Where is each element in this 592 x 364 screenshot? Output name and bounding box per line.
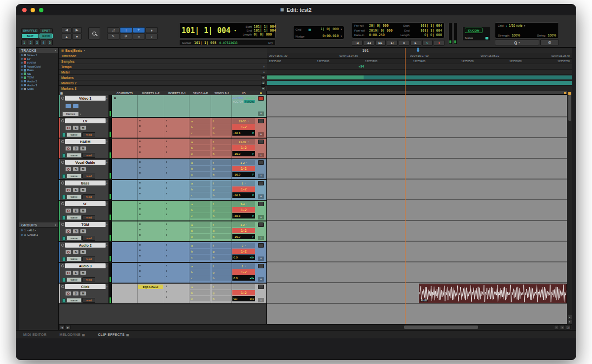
send-slot[interactable]: a [190, 243, 210, 248]
main-counter[interactable]: 101| 1| 004 [182, 26, 230, 35]
add-row-button[interactable]: + [258, 111, 264, 116]
roll-value[interactable]: 20| 0| 000 [369, 24, 397, 28]
send-slot[interactable]: b [190, 290, 210, 295]
rewind-button[interactable]: ◀◀ [364, 40, 374, 46]
send-slot[interactable]: g [212, 207, 231, 213]
zoomer-tool[interactable] [88, 27, 100, 39]
send-slot[interactable]: a [190, 222, 210, 227]
insert-plugin-button[interactable]: EQ3 1-Band [138, 285, 163, 289]
record-button[interactable]: ● [434, 40, 444, 46]
track-name[interactable]: HARM [65, 139, 106, 144]
sends-ae-cell[interactable] [189, 95, 211, 117]
timeline-lanes[interactable]: 0 dB [267, 91, 567, 324]
automation-mode-button[interactable]: read [82, 298, 95, 303]
inserts-ae-cell[interactable] [138, 221, 164, 241]
return-to-start-button[interactable]: |◀ [352, 40, 363, 46]
input-selector[interactable]: 29-30 ▾ [232, 118, 255, 124]
pan-display[interactable]: P [252, 173, 254, 176]
lane-audio-3[interactable] [267, 262, 567, 283]
send-slot[interactable]: b [190, 207, 210, 213]
marker-corner-icon[interactable] [564, 92, 566, 94]
track-options-button[interactable] [258, 202, 264, 206]
track-view-selector[interactable]: wave [67, 277, 81, 282]
comments-cell[interactable] [112, 284, 138, 303]
volume-display[interactable]: -16.9 P [232, 172, 255, 177]
ruler-label-meter[interactable]: Meter + [59, 70, 267, 74]
solo-button[interactable]: S [73, 167, 79, 172]
inserts-ae-cell[interactable] [138, 139, 164, 158]
track-freeze-icon[interactable] [61, 161, 64, 164]
sends-fj-cell[interactable]: f g h [211, 263, 232, 283]
track-caret-icon[interactable]: ▾ [107, 265, 108, 267]
group-item[interactable]: a Group 1 [19, 232, 58, 237]
track-options-button[interactable] [258, 140, 264, 144]
zoom-in-horizontal-icon[interactable]: ▶ [72, 27, 82, 33]
comments-cell[interactable] [112, 201, 138, 220]
track-freeze-icon[interactable] [61, 119, 64, 122]
group-item[interactable]: 1 <ALL> [19, 228, 58, 232]
send-slot[interactable]: c [190, 296, 210, 301]
inserts-ae-cell[interactable] [138, 159, 164, 179]
sends-ae-cell[interactable]: a b c [189, 242, 211, 262]
sends-fj-cell[interactable]: f g h [211, 284, 232, 303]
track-options-button[interactable] [258, 119, 264, 123]
output-selector[interactable]: 1-2 [232, 269, 255, 275]
slip-mode-button[interactable]: SLIP [21, 34, 39, 38]
track-options-button[interactable] [258, 264, 264, 268]
track-view-selector[interactable]: wave [67, 298, 81, 303]
send-slot[interactable]: f [212, 181, 231, 186]
sidebar-track-item[interactable]: Click [19, 87, 58, 91]
send-slot[interactable]: b [190, 269, 210, 275]
inserts-ae-cell[interactable]: EQ3 1-Band [138, 284, 164, 303]
send-slot[interactable]: h [212, 296, 231, 301]
pan-display[interactable]: P [252, 194, 254, 197]
inserts-fj-cell[interactable] [164, 242, 190, 262]
lane-harm[interactable] [267, 138, 567, 159]
comments-cell[interactable] [112, 139, 138, 158]
ruler-label-markers-2[interactable]: Markers 2 ◆ [59, 80, 267, 85]
zoom-down-vertical-icon[interactable]: ▼ [72, 34, 82, 39]
grid-caret-icon[interactable]: ▾ [340, 28, 342, 31]
send-slot[interactable]: a [190, 118, 210, 124]
comments-cell[interactable] [112, 242, 138, 262]
video-quality-badge[interactable]: FullQlty [244, 100, 255, 103]
scroll-up-icon[interactable]: ▲ [568, 315, 572, 319]
tracks-header[interactable]: TRACKS ▾ [19, 48, 58, 53]
add-row-button[interactable]: + [258, 298, 264, 302]
sidebar-track-item[interactable]: VocalGuid [19, 65, 58, 69]
spot-mode-button[interactable]: SPOT [39, 28, 53, 33]
input-monitor-button[interactable] [62, 174, 66, 179]
sends-ae-cell[interactable]: a b c [189, 201, 211, 220]
track-freeze-icon[interactable] [61, 223, 64, 226]
length-value[interactable]: 0| 0| 000 [254, 33, 275, 36]
sidebar-track-item[interactable]: Video 1 [19, 53, 58, 57]
track-view-selector[interactable]: wave [67, 132, 81, 137]
marker-segment[interactable] [267, 81, 572, 85]
send-slot[interactable]: g [212, 186, 231, 192]
send-slot[interactable]: c [190, 151, 210, 156]
record-enable-button[interactable] [65, 167, 72, 172]
inserts-ae-cell[interactable] [138, 263, 164, 283]
sends-fj-cell[interactable]: f g h [211, 139, 232, 158]
scroll-down-icon[interactable]: ▼ [568, 320, 572, 324]
send-slot[interactable]: c [190, 172, 210, 177]
track-caret-icon[interactable]: ▾ [107, 203, 108, 205]
track-view-selector[interactable]: wave [67, 174, 81, 179]
stop-button[interactable]: ■ [399, 40, 409, 46]
comments-cell[interactable] [112, 221, 138, 241]
inserts-ae-cell[interactable] [138, 242, 164, 262]
ruler-label-markers-3[interactable]: Markers 3 ◆ [59, 86, 267, 91]
add-row-button[interactable]: + [258, 174, 264, 178]
track-view-selector[interactable]: wave [67, 215, 81, 220]
add-row-button[interactable]: + [258, 194, 264, 199]
track-view-selector[interactable]: wave [67, 256, 81, 261]
input-monitor-button[interactable] [62, 133, 66, 137]
send-slot[interactable]: g [212, 228, 231, 233]
volume-display[interactable]: vol 0.0 [232, 296, 255, 301]
zoom-in-icon[interactable]: + [560, 325, 565, 329]
marker-diamond-icon[interactable]: ◆ [261, 75, 265, 79]
roll-value-2[interactable]: 101| 1| 004 [420, 24, 442, 28]
comments-cell[interactable] [112, 118, 138, 138]
nudge-value[interactable]: 0:00.010 [323, 34, 339, 38]
add-row-button[interactable]: + [258, 256, 264, 261]
